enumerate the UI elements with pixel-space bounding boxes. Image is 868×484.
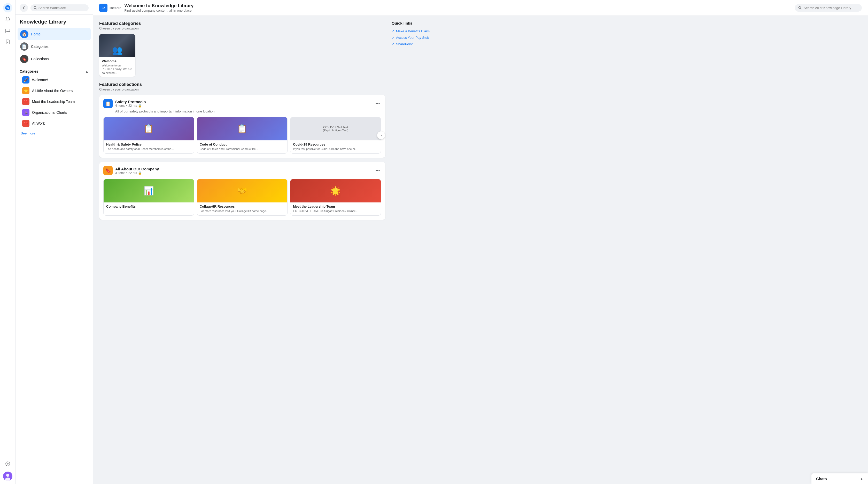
welcome-featured-card[interactable]: Welcome! Welcome to our PSIT/LZ Family! … [99, 34, 135, 77]
code-conduct-thumb: 📋 [197, 117, 287, 140]
leadership-cat-label: Meet the Leadership Team [32, 99, 75, 104]
chats-bar[interactable]: Chats ▲ [811, 473, 868, 484]
safety-protocols-desc: All of our safety protocols and importan… [115, 109, 381, 113]
main-content: LZ linezero Welcome to Knowledge Library… [93, 0, 868, 484]
back-button[interactable] [20, 4, 28, 12]
safety-dot: • [126, 104, 127, 108]
leadership-team-body: Meet the Leadership Team EXECUTIVE TEAM … [290, 202, 381, 216]
nav-label-collections: Collections [31, 57, 49, 61]
collagehr-card[interactable]: 🤝 CollageHR Resources For more resources… [197, 179, 288, 216]
benefits-claim-link[interactable]: ↗ Make a Benefits Claim [392, 28, 448, 34]
team-photo [99, 34, 135, 57]
workplace-icon[interactable]: W [3, 3, 12, 12]
sharepoint-link[interactable]: ↗ SharePoint [392, 41, 448, 47]
welcome-cat-icon: 🚀 [22, 76, 29, 84]
help-icon[interactable]: ? [3, 459, 12, 468]
knowledge-search-box[interactable] [795, 4, 862, 11]
all-about-company-card: 🔖 All About Our Company 3 items • 22 hrs… [99, 162, 385, 220]
health-safety-body: Health & Safety Policy The health and sa… [103, 140, 194, 153]
all-about-company-header-left: 🔖 All About Our Company 3 items • 22 hrs… [103, 166, 159, 175]
welcome-card-desc: Welcome to our PSIT/LZ Family! We are so… [102, 64, 133, 75]
notifications-icon[interactable] [3, 15, 12, 24]
page-title: Welcome to Knowledge Library [125, 3, 194, 8]
topbar-titles: Welcome to Knowledge Library Find useful… [125, 3, 194, 12]
sidebar: Knowledge Library 🏠 Home 📄 Categories 🔖 … [16, 0, 93, 484]
svg-point-9 [6, 474, 9, 477]
sidebar-item-leadership[interactable]: ❤️ Meet the Leadership Team [20, 96, 89, 107]
featured-categories-title: Featured categories [99, 21, 385, 26]
covid-resources-card[interactable]: COVID-19 Self Test(Rapid Antigen Test) C… [290, 117, 381, 153]
leadership-team-title: Meet the Leadership Team [293, 204, 378, 208]
collagehr-thumb: 🤝 [197, 179, 287, 202]
company-time: 22 hrs [128, 171, 137, 175]
categories-nav-icon: 📄 [20, 42, 28, 51]
health-safety-desc: The health and safety of all Team Member… [106, 147, 191, 151]
benefits-claim-label: Make a Benefits Claim [396, 29, 430, 33]
company-benefits-title: Company Benefits [106, 204, 191, 208]
sidebar-item-org-charts[interactable]: 🏃 Organizational Charts [20, 107, 89, 118]
health-safety-thumb: 📋 [103, 117, 194, 140]
nav-label-categories: Categories [31, 45, 49, 49]
nav-item-categories[interactable]: 📄 Categories [18, 40, 91, 53]
company-more-button[interactable]: ••• [374, 167, 381, 174]
knowledge-search-input[interactable] [804, 6, 858, 10]
at-work-cat-icon: ❤️ [22, 120, 29, 127]
pay-stub-link[interactable]: ↗ Access Your Pay Stub [392, 34, 448, 41]
at-work-cat-label: At Work [32, 121, 45, 125]
topbar-left: LZ linezero Welcome to Knowledge Library… [99, 3, 193, 12]
company-dot: • [126, 171, 127, 175]
collections-nav-icon: 🔖 [20, 55, 28, 63]
code-conduct-body: Code of Conduct Code of Ethics and Profe… [197, 140, 287, 153]
sharepoint-label: SharePoint [396, 42, 412, 46]
svg-text:?: ? [7, 462, 8, 466]
leadership-team-card[interactable]: 🌟 Meet the Leadership Team EXECUTIVE TEA… [290, 179, 381, 216]
collagehr-desc: For more resources visit your CollageHR … [200, 209, 285, 213]
topbar: LZ linezero Welcome to Knowledge Library… [93, 0, 868, 16]
featured-categories-list: Welcome! Welcome to our PSIT/LZ Family! … [99, 34, 385, 77]
featured-collections-section: Featured collections Chosen by your orga… [99, 82, 385, 220]
code-conduct-desc: Code of Ethics and Professional Conduct … [200, 147, 285, 151]
safety-items-row: 📋 Health & Safety Policy The health and … [103, 117, 381, 153]
user-avatar[interactable] [3, 472, 12, 481]
pages-icon[interactable] [3, 37, 12, 47]
safety-items-count: 4 items [115, 104, 125, 108]
code-conduct-card[interactable]: 📋 Code of Conduct Code of Ethics and Pro… [197, 117, 288, 153]
chats-collapse-icon[interactable]: ▲ [860, 477, 863, 481]
all-about-company-info: All About Our Company 3 items • 22 hrs 🔒 [115, 167, 159, 175]
search-workplace-input[interactable] [38, 6, 86, 10]
collagehr-title: CollageHR Resources [200, 204, 285, 208]
safety-protocols-card: 📋 Safety Protocols 4 items • 22 hrs 🔒 [99, 95, 385, 158]
chat-bubble-icon[interactable] [3, 26, 12, 35]
external-link-icon-1: ↗ [392, 29, 395, 33]
all-about-company-name: All About Our Company [115, 167, 159, 171]
sidebar-nav: 🏠 Home 📄 Categories 🔖 Collections [16, 27, 93, 66]
health-safety-title: Health & Safety Policy [106, 142, 191, 146]
welcome-card-body: Welcome! Welcome to our PSIT/LZ Family! … [99, 57, 135, 77]
see-more-link[interactable]: See more [16, 130, 93, 138]
company-benefits-body: Company Benefits [103, 202, 194, 212]
icon-rail: W ? [0, 0, 16, 484]
safety-protocols-meta: 4 items • 22 hrs 🔒 [115, 104, 146, 108]
safety-protocols-icon: 📋 [103, 99, 113, 108]
nav-item-home[interactable]: 🏠 Home [18, 28, 91, 40]
org-charts-cat-label: Organizational Charts [32, 110, 67, 115]
featured-collections-subtitle: Chosen by your organization [99, 88, 385, 91]
content-main: Featured categories Chosen by your organ… [99, 21, 385, 224]
collagehr-body: CollageHR Resources For more resources v… [197, 202, 287, 216]
covid-resources-desc: If you test positive for COVID-19 and ha… [293, 147, 378, 151]
sidebar-item-at-work[interactable]: ❤️ At Work [20, 118, 89, 129]
chats-label: Chats [816, 477, 827, 481]
health-safety-card[interactable]: 📋 Health & Safety Policy The health and … [103, 117, 194, 153]
collapse-categories-button[interactable]: ▲ [85, 69, 89, 74]
covid-resources-title: Covid-19 Resources [293, 142, 378, 146]
pay-stub-label: Access Your Pay Stub [396, 36, 429, 39]
safety-next-button[interactable]: › [377, 131, 385, 139]
safety-more-button[interactable]: ••• [374, 100, 381, 107]
welcome-cat-label: Welcome! [32, 78, 48, 82]
sidebar-item-owners[interactable]: ⭐ A Little About the Owners [20, 85, 89, 96]
sidebar-item-welcome[interactable]: 🚀 Welcome! [20, 75, 89, 85]
nav-item-collections[interactable]: 🔖 Collections [18, 53, 91, 65]
categories-label: Categories [20, 69, 38, 74]
sidebar-search-box[interactable] [30, 4, 89, 11]
company-benefits-card[interactable]: 📊 Company Benefits [103, 179, 194, 216]
